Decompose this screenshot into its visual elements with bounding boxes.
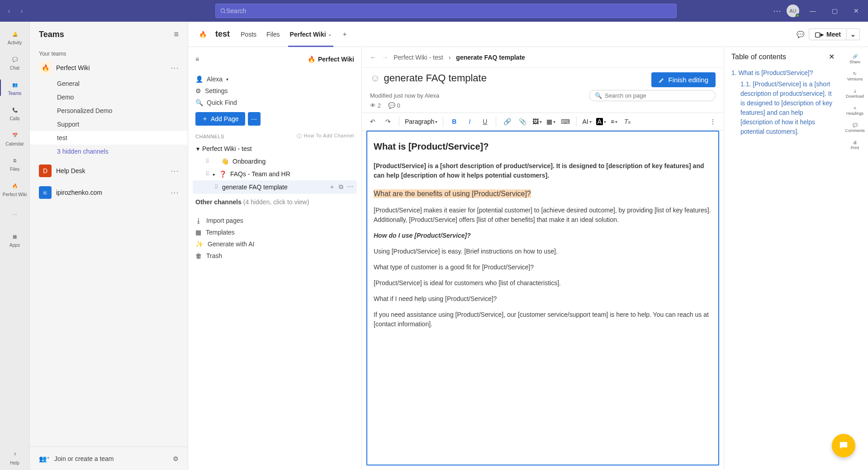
settings-link[interactable]: ⚙Settings xyxy=(195,85,354,97)
meet-button[interactable]: ▢▸Meet xyxy=(809,28,847,40)
meet-dropdown[interactable]: ⌄ xyxy=(847,28,860,40)
add-page-button[interactable]: ＋ Add Page xyxy=(195,112,245,126)
forward-button[interactable]: › xyxy=(16,5,27,16)
toc-close-button[interactable]: ✕ xyxy=(829,52,835,61)
download-button[interactable]: ⭳Download xyxy=(842,86,868,101)
team-row-perfect-wiki[interactable]: 🔥 Perfect Wiki ⋯ xyxy=(30,59,188,77)
rail-files[interactable]: 🗎Files xyxy=(0,151,29,176)
toc-link[interactable]: 1. What is [Product/Service]? xyxy=(731,67,835,79)
filter-icon[interactable]: ≡ xyxy=(174,30,179,39)
team-more-icon[interactable]: ⋯ xyxy=(171,63,179,73)
rail-calls[interactable]: 📞Calls xyxy=(0,100,29,126)
global-search[interactable] xyxy=(215,4,677,18)
chevron-right-icon[interactable]: ▸ xyxy=(213,172,215,177)
clear-format-button[interactable]: Tx xyxy=(621,115,634,128)
other-channels-link[interactable]: Other channels (4 hidden, click to view) xyxy=(188,195,361,209)
close-button[interactable]: ✕ xyxy=(848,3,864,19)
doc-heading-1[interactable]: What is [Product/Service]? xyxy=(374,140,712,153)
page-onboarding[interactable]: ⠿👋Onboarding xyxy=(193,155,357,168)
tab-perfect-wiki[interactable]: Perfect Wiki ⌄ xyxy=(288,22,333,47)
doc-paragraph[interactable]: [Product/Service] makes it easier for [p… xyxy=(374,206,712,225)
templates-link[interactable]: ▦Templates xyxy=(195,226,354,238)
image-button[interactable]: 🖼▾ xyxy=(531,118,543,125)
emoji-picker-icon[interactable]: ☺ xyxy=(370,72,380,84)
add-page-more-button[interactable]: ⋯ xyxy=(248,112,261,126)
add-tab-button[interactable]: ＋ xyxy=(340,22,350,47)
team-row-help-desk[interactable]: D Help Desk ⋯ xyxy=(30,162,188,180)
quick-find-link[interactable]: 🔍Quick Find xyxy=(195,97,354,108)
page-more-icon[interactable]: ⋯ xyxy=(347,183,353,191)
support-chat-button[interactable] xyxy=(832,434,855,457)
crumb-page[interactable]: generate FAQ template xyxy=(456,54,525,61)
search-on-page[interactable]: 🔍 xyxy=(589,90,716,101)
rail-help[interactable]: ？Help xyxy=(0,445,29,470)
nav-forward-icon[interactable]: → xyxy=(382,54,388,61)
copy-icon[interactable]: ⧉ xyxy=(339,183,343,191)
tab-posts[interactable]: Posts xyxy=(239,22,258,47)
rail-more[interactable]: ⋯ xyxy=(0,202,29,227)
channel-personalized-demo[interactable]: Personalized Demo xyxy=(30,104,188,118)
doc-heading-3[interactable]: How do I use [Product/Service]? xyxy=(374,231,712,240)
comments-button[interactable]: 💬Comments xyxy=(842,120,868,136)
import-pages-link[interactable]: ⭳Import pages xyxy=(195,215,354,226)
link-button[interactable]: 🔗 xyxy=(501,115,513,128)
underline-button[interactable]: U xyxy=(479,115,491,128)
attach-button[interactable]: 📎 xyxy=(516,115,529,128)
conversation-icon[interactable]: 💬 xyxy=(797,31,804,38)
undo-button[interactable]: ↶ xyxy=(366,115,379,128)
hidden-channels-link[interactable]: 3 hidden channels xyxy=(30,145,188,158)
back-button[interactable]: ‹ xyxy=(4,5,14,16)
collapse-icon[interactable]: ≡ xyxy=(195,56,199,63)
rail-calendar[interactable]: 📅Calendar xyxy=(0,126,29,151)
doc-paragraph[interactable]: [Product/Service] is a [short descriptio… xyxy=(374,161,712,180)
ai-button[interactable]: AI▾ xyxy=(581,118,592,125)
align-button[interactable]: ≡▾ xyxy=(610,118,618,125)
channel-general[interactable]: General xyxy=(30,77,188,90)
doc-paragraph[interactable]: [Product/Service] is ideal for customers… xyxy=(374,278,712,288)
search-on-page-input[interactable] xyxy=(605,92,710,99)
crumb-root[interactable]: Perfect Wiki - test xyxy=(394,54,443,61)
doc-heading-5[interactable]: What if I need help using [Product/Servi… xyxy=(374,294,712,304)
bold-button[interactable]: B xyxy=(448,115,460,128)
page-generate-faq[interactable]: ⠿ generate FAQ template ＋ ⧉ ⋯ xyxy=(193,180,357,194)
drag-handle-icon[interactable]: ⠿ xyxy=(214,184,218,190)
redo-button[interactable]: ↷ xyxy=(382,115,394,128)
maximize-button[interactable]: ▢ xyxy=(826,3,843,19)
channel-support[interactable]: Support xyxy=(30,118,188,131)
tab-files[interactable]: Files xyxy=(265,22,282,47)
toc-link[interactable]: 1.1. [Product/Service] is a [short descr… xyxy=(731,79,835,137)
add-subpage-icon[interactable]: ＋ xyxy=(329,183,335,191)
code-block-button[interactable]: ⌨ xyxy=(559,115,572,128)
rail-apps[interactable]: ▦Apps xyxy=(0,227,29,252)
page-faqs[interactable]: ⠿▸❓FAQs - Team and HR xyxy=(193,168,357,180)
more-icon[interactable]: ⋯ xyxy=(773,6,781,16)
team-more-icon[interactable]: ⋯ xyxy=(171,188,179,197)
avatar[interactable]: AU xyxy=(787,5,799,17)
drag-handle-icon[interactable]: ⠿ xyxy=(205,158,209,164)
text-color-button[interactable]: A▾ xyxy=(595,118,607,125)
rail-activity[interactable]: 🔔Activity xyxy=(0,24,29,50)
how-to-add-channel-link[interactable]: ⓘ How To Add Channel xyxy=(297,133,354,140)
join-team-link[interactable]: Join or create a team xyxy=(54,455,114,462)
share-button[interactable]: 🔗Share xyxy=(842,52,868,67)
nav-back-icon[interactable]: ← xyxy=(370,54,376,61)
gear-icon[interactable]: ⚙ xyxy=(173,455,179,462)
channel-group[interactable]: ▾Perfect Wiki - test xyxy=(193,142,357,155)
print-button[interactable]: 🖨Print xyxy=(842,137,868,153)
user-menu[interactable]: 👤Alexa ▾ xyxy=(195,73,354,85)
team-row-ipirozhenko[interactable]: ic ipirozhenko.com ⋯ xyxy=(30,183,188,202)
doc-paragraph[interactable]: Using [Product/Service] is easy. [Brief … xyxy=(374,247,712,256)
headings-button[interactable]: ≡Headings xyxy=(842,103,868,118)
rail-chat[interactable]: 💬Chat xyxy=(0,50,29,75)
drag-handle-icon[interactable]: ⠿ xyxy=(205,171,209,177)
rail-teams[interactable]: 👥Teams xyxy=(0,75,29,100)
doc-heading-4[interactable]: What type of customer is a good fit for … xyxy=(374,263,712,272)
trash-link[interactable]: 🗑Trash xyxy=(195,250,354,262)
channel-demo[interactable]: Demo xyxy=(30,90,188,104)
doc-heading-2[interactable]: What are the benefits of using [Product/… xyxy=(374,189,531,198)
toolbar-more-button[interactable]: ⋮ xyxy=(707,115,719,128)
minimize-button[interactable]: — xyxy=(805,3,821,19)
table-button[interactable]: ▦▾ xyxy=(545,118,556,125)
search-input[interactable] xyxy=(226,7,672,14)
finish-editing-button[interactable]: Finish editing xyxy=(651,72,716,87)
